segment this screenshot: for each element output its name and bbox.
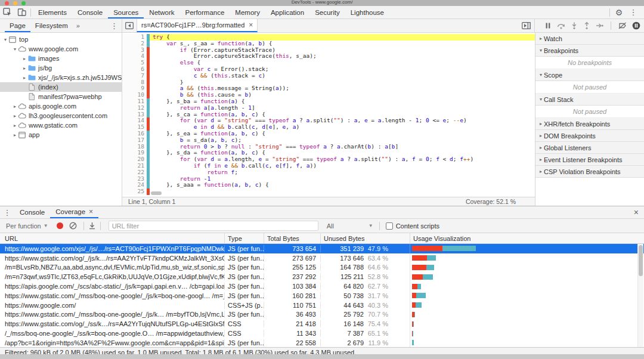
tree-item-xjs-js-k-xjs-s-zh-jw51j9wsv-q-c[interactable]: ▸xjs/_/js/k=xjs.s.zh.jw51J9WSV_Q.C <box>0 73 122 82</box>
sidebar-section-call-stack[interactable]: ▾Call Stack <box>535 94 644 106</box>
step-icon[interactable] <box>596 22 603 29</box>
code-editor[interactable]: 1try {2 var s_, s_aa = function(a, b) {3… <box>122 33 535 197</box>
tree-item-lh3-googleusercontent-com[interactable]: ▸lh3.googleusercontent.com <box>0 111 122 120</box>
tab-performance[interactable]: Performance <box>180 6 230 18</box>
table-row[interactable]: /_/mss/boq-one-google/_/ss/k=boq-one-goo… <box>0 329 644 338</box>
tree-item-apis-google-com[interactable]: ▸apis.google.com <box>0 101 122 111</box>
scrollbar-thumb[interactable] <box>639 245 643 276</box>
chevron-down-icon[interactable]: ▾ <box>2 37 8 42</box>
table-row[interactable]: https://www.google.com/CSS+JS (p…110 751… <box>0 301 644 310</box>
table-row[interactable]: https://www.gstatic.com/_/mss/boq-one-go… <box>0 310 644 320</box>
column-header-type[interactable]: Type <box>224 233 264 243</box>
kebab-menu-icon[interactable]: ⋮ <box>626 6 640 18</box>
tab-elements[interactable]: Elements <box>33 6 72 18</box>
table-row[interactable]: /m=BLvsRb,NBZ7u,aa,abd,async,dvl,fEVMic,… <box>0 263 644 273</box>
tree-item-app[interactable]: ▸app <box>0 130 122 140</box>
tab-console[interactable]: Console <box>72 6 108 18</box>
deactivate-breakpoints-icon[interactable] <box>618 22 627 29</box>
table-scrollbar[interactable] <box>637 244 643 347</box>
editor-file-tab[interactable]: rs=ACT90oFcj1FP…9brg:formatted × <box>137 19 258 32</box>
table-row[interactable]: https://www.gstatic.com/og/_/ss/k…/rs=AA… <box>0 319 644 329</box>
chevron-right-icon[interactable]: ▸ <box>21 75 27 81</box>
tab-overflow-chevron[interactable]: » <box>73 22 83 29</box>
column-header-url[interactable]: URL <box>0 233 224 243</box>
clear-icon[interactable] <box>69 222 77 230</box>
close-tab-icon[interactable]: × <box>89 208 93 215</box>
code-text[interactable]: }, s_aaa = function(a, b, c) { <box>150 182 535 188</box>
column-header-usage-visualization[interactable]: Usage Visualization <box>410 233 644 243</box>
tab-memory[interactable]: Memory <box>230 6 265 18</box>
chevron-right-icon[interactable]: ▸ <box>21 66 27 71</box>
tab-security[interactable]: Security <box>309 6 345 18</box>
tab-network[interactable]: Network <box>144 6 179 18</box>
table-row[interactable]: /app?bc=1&origin=https%3A%2F%2Fwww.googl… <box>0 338 644 347</box>
navigator-toggle-icon[interactable] <box>122 19 137 32</box>
code-text[interactable] <box>150 188 535 195</box>
sidebar-section-breakpoints[interactable]: ▾Breakpoints <box>535 45 644 57</box>
tree-item-images[interactable]: ▸images <box>0 54 122 63</box>
navigator-tab-page[interactable]: Page <box>5 19 30 32</box>
code-text[interactable]: c && (this.stack = c) <box>150 73 535 79</box>
content-scripts-checkbox[interactable]: Content scripts <box>386 222 439 230</box>
line-number[interactable]: 22 <box>122 169 147 176</box>
tree-item-top[interactable]: ▾top <box>0 35 122 44</box>
export-icon[interactable] <box>88 222 96 230</box>
step-over-icon[interactable] <box>557 22 565 29</box>
tree-item-www-gstatic-com[interactable]: ▸www.gstatic.com <box>0 120 122 130</box>
tree-item-manifest-pwa-webhp[interactable]: manifest?pwa=webhp <box>0 92 122 101</box>
navigator-tab-filesystem[interactable]: Filesystem <box>30 19 73 32</box>
column-header-unused-bytes[interactable]: Unused Bytes <box>320 233 410 243</box>
table-row[interactable]: https://www.gstatic.com/og/_/js/k…/rs=AA… <box>0 253 644 263</box>
drawer-tab-console[interactable]: Console <box>14 206 50 218</box>
tree-item-js-bg[interactable]: ▸js/bg <box>0 63 122 73</box>
url-filter-input[interactable] <box>109 221 318 231</box>
line-number[interactable]: 17 <box>122 137 147 144</box>
tab-application[interactable]: Application <box>265 6 309 18</box>
close-drawer-icon[interactable]: × <box>628 206 644 218</box>
sidebar-section-watch[interactable]: ▸Watch <box>535 33 644 45</box>
inspect-icon[interactable] <box>0 6 14 18</box>
sidebar-section-scope[interactable]: ▾Scope <box>535 69 644 81</box>
sidebar-section-xhr-fetch-breakpoints[interactable]: ▸XHR/fetch Breakpoints <box>535 118 644 130</box>
drawer-tab-coverage[interactable]: Coverage× <box>50 206 98 218</box>
line-number[interactable]: 7 <box>122 73 147 79</box>
chevron-right-icon[interactable]: ▸ <box>12 123 18 128</box>
line-number[interactable]: 25 <box>122 188 147 195</box>
tab-lighthouse[interactable]: Lighthouse <box>345 6 389 18</box>
checkbox-icon[interactable] <box>386 222 393 230</box>
chevron-right-icon[interactable]: ▸ <box>12 104 18 109</box>
chevron-right-icon[interactable]: ▸ <box>21 56 27 61</box>
kebab-menu-icon[interactable]: ⋮ <box>110 21 122 30</box>
close-tab-icon[interactable]: × <box>249 21 253 29</box>
line-number[interactable]: 12 <box>122 105 147 112</box>
toggle-debugger-sidebar-icon[interactable] <box>519 19 533 32</box>
step-out-icon[interactable] <box>583 22 590 29</box>
table-row[interactable]: https://www.gstatic.com/_/mss/boq-one-go… <box>0 291 644 301</box>
step-into-icon[interactable] <box>571 22 578 29</box>
sidebar-section-dom-breakpoints[interactable]: ▸DOM Breakpoints <box>535 130 644 142</box>
table-row[interactable]: https://www.google.com/xjs/_/js/…/rs=ACT… <box>0 244 644 253</box>
code-text[interactable]: Error.captureStackTrace(this, s_aa); <box>150 53 535 60</box>
line-number[interactable]: 2 <box>122 41 147 47</box>
sidebar-section-global-listeners[interactable]: ▸Global Listeners <box>535 142 644 154</box>
chevron-right-icon[interactable]: ▸ <box>12 113 18 119</box>
pause-icon[interactable] <box>544 22 552 29</box>
coverage-mode-dropdown[interactable]: Per function ▼ <box>6 222 48 230</box>
sidebar-section-csp-violation-breakpoints[interactable]: ▸CSP Violation Breakpoints <box>535 166 644 178</box>
editor-horizontal-scrollbar[interactable] <box>151 191 162 195</box>
type-filter-dropdown[interactable]: All ▼ <box>327 222 373 230</box>
tree-item-www-google-com[interactable]: ▾www.google.com <box>0 44 122 54</box>
table-row[interactable]: https://apis.google.com/_/scs/abc-static… <box>0 281 644 291</box>
tab-sources[interactable]: Sources <box>108 6 144 18</box>
kebab-menu-icon[interactable]: ⋮ <box>0 206 14 218</box>
table-row[interactable]: /m=n73qwf,ws9Tlc,IZT63,e5qFLc,GkRiKb,UUJ… <box>0 272 644 281</box>
device-toolbar-icon[interactable] <box>14 6 29 18</box>
pause-on-exceptions-icon[interactable] <box>632 21 640 30</box>
tree-item--index-[interactable]: (index) <box>0 82 122 92</box>
sidebar-section-event-listener-breakpoints[interactable]: ▸Event Listener Breakpoints <box>535 154 644 166</box>
column-header-total-bytes[interactable]: Total Bytes <box>264 233 320 243</box>
chevron-down-icon[interactable]: ▾ <box>12 47 18 52</box>
gear-icon[interactable]: ⚙ <box>612 6 626 18</box>
record-button[interactable] <box>57 222 63 229</box>
chevron-right-icon[interactable]: ▸ <box>12 132 18 138</box>
